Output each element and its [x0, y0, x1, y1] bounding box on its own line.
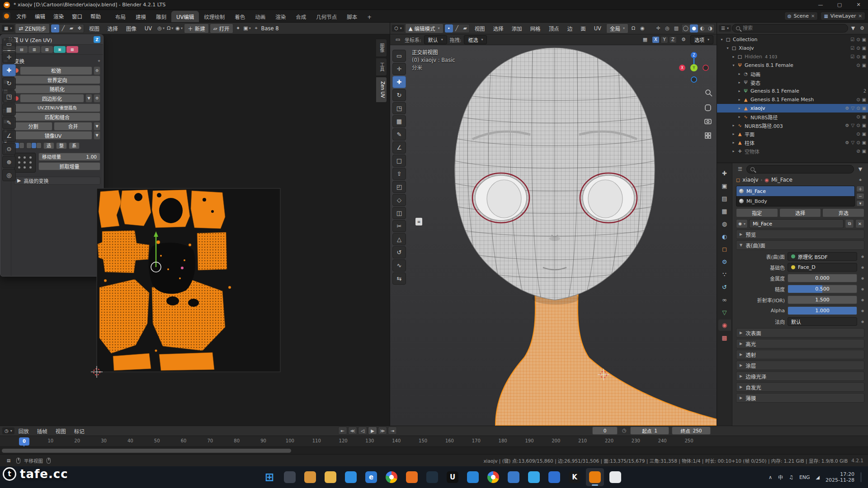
object-tab[interactable]: ◻: [718, 244, 731, 255]
outliner-row-空物体[interactable]: ▸✛空物体⊘▣: [717, 147, 868, 155]
expander-icon[interactable]: ▸: [736, 80, 742, 84]
mod-icon[interactable]: ⚙: [845, 123, 849, 128]
data-icon[interactable]: ▽: [851, 123, 854, 128]
outliner-row-xiaojv[interactable]: ▸▲xiaojv⚙▽⊙▣: [717, 104, 868, 113]
link2-icon[interactable]: 2: [863, 89, 866, 94]
render-visibility-icon[interactable]: ▣: [862, 63, 866, 68]
image-browse-icon[interactable]: ▣▾: [243, 24, 251, 33]
visibility-eye-icon[interactable]: ⊙: [856, 37, 860, 42]
axis-toggle-X[interactable]: X: [652, 36, 660, 43]
solid-shading-icon[interactable]: ●: [690, 24, 698, 33]
poly-build-tool[interactable]: △: [392, 233, 406, 245]
taskbar-app-chrome[interactable]: [382, 468, 401, 486]
image-pin-icon[interactable]: ⌖: [252, 24, 260, 33]
material-slot-list[interactable]: Mi_FaceMi_Body: [736, 186, 855, 206]
language-indicator[interactable]: ENG: [799, 474, 810, 480]
cursor-2d-tool[interactable]: ✛: [2, 51, 16, 63]
bevel-tool[interactable]: ◇: [392, 194, 406, 206]
spin-tool[interactable]: ↺: [392, 246, 406, 258]
rendered-shading-icon[interactable]: ◑: [706, 24, 714, 33]
close-button[interactable]: ✕: [849, 0, 868, 9]
decorator-dot[interactable]: ●: [860, 298, 865, 302]
timeline-scrollbar[interactable]: [0, 447, 868, 455]
section-边缘光泽[interactable]: ▶边缘光泽: [736, 371, 864, 381]
measure-tool[interactable]: ∠: [392, 141, 406, 154]
outliner-row-NURBS路径.003[interactable]: ▸∿NURBS路径.003⚙▽⊙▣: [717, 121, 868, 130]
surface-section-header[interactable]: ▼表(曲)面: [736, 240, 864, 250]
workspace-tab-着色[interactable]: 着色: [230, 11, 250, 22]
proportional-editing-icon[interactable]: ◉: [638, 24, 646, 33]
render-visibility-icon[interactable]: ▣: [862, 46, 866, 51]
viewlayer-unlink-icon[interactable]: ✕: [859, 14, 862, 19]
uv-face-select-icon[interactable]: ▰: [67, 24, 75, 33]
viewport-menu-选择[interactable]: 选择: [489, 24, 508, 33]
taskbar-app-ie[interactable]: e: [362, 468, 380, 486]
grab-tool[interactable]: ⊕: [2, 156, 16, 168]
visibility-eye-icon[interactable]: ⊙: [856, 63, 860, 68]
decorator-dot[interactable]: ●: [860, 320, 865, 324]
workspace-tab-雕刻[interactable]: 雕刻: [151, 11, 171, 22]
axis-toggle-Z[interactable]: Z: [669, 36, 677, 43]
scene-unlink-icon[interactable]: ✕: [811, 14, 815, 19]
menu-帮助[interactable]: 帮助: [86, 12, 105, 21]
data-icon[interactable]: ▽: [851, 140, 854, 145]
sidebar-tab-Zen UV[interactable]: Zen UV: [376, 77, 387, 103]
hidden-icons-chevron[interactable]: ∧: [769, 474, 772, 480]
viewport-menu-UV[interactable]: UV: [590, 24, 605, 33]
snap-magnet-icon[interactable]: Ω: [629, 24, 637, 33]
material-slot-Mi_Body[interactable]: Mi_Body: [736, 196, 854, 206]
modifiers-tab[interactable]: ⚙: [718, 256, 731, 267]
tool-tab[interactable]: ✚: [718, 168, 731, 179]
expander-icon[interactable]: ▸: [731, 55, 736, 59]
viewlayer-selector[interactable]: ▦ ViewLayer ✕: [821, 12, 865, 20]
uv-vertex-select-icon[interactable]: ∙: [51, 24, 59, 33]
world-tab[interactable]: ◐: [718, 231, 731, 242]
frame-start-field[interactable]: 起点1: [630, 427, 669, 435]
mod-icon[interactable]: ⚙: [845, 140, 849, 145]
workspace-tab-布局[interactable]: 布局: [110, 11, 131, 22]
decorator-dot[interactable]: ●: [860, 277, 865, 280]
viewport-menu-添加[interactable]: 添加: [508, 24, 526, 33]
breadcrumb-material[interactable]: Mi_Face: [771, 177, 793, 183]
xray-toggle-icon[interactable]: ▥: [672, 24, 680, 33]
section-次表面[interactable]: ▶次表面: [736, 328, 864, 338]
uv-edge-select-icon[interactable]: ╱: [59, 24, 67, 33]
sidebar-tab-工具[interactable]: 工具: [376, 58, 387, 76]
loop-cut-tool[interactable]: ◫: [392, 207, 406, 219]
drag-mode-dropdown[interactable]: 框选▾: [464, 35, 487, 44]
editor-type-3d-icon[interactable]: ⬡▾: [392, 25, 404, 32]
workspace-tab-UV编辑[interactable]: UV编辑: [171, 11, 199, 22]
properties-search-input[interactable]: [757, 166, 850, 172]
measure-tool[interactable]: ∠: [2, 130, 16, 142]
action-button-指定[interactable]: 指定: [736, 208, 778, 217]
new-image-button[interactable]: ＋新建: [184, 23, 209, 33]
output-tab[interactable]: ▤: [718, 193, 731, 204]
prev-keyframe-button[interactable]: ≪: [348, 427, 357, 435]
edge-slide-tool[interactable]: ⇆: [392, 272, 406, 285]
uv-canvas[interactable]: [0, 34, 390, 426]
options-dropdown[interactable]: 选项▾: [690, 35, 713, 44]
prop-field-base-color[interactable]: Face_D: [788, 263, 857, 272]
uv-island-select-icon[interactable]: ❖: [75, 24, 84, 33]
current-frame-field[interactable]: 0: [592, 427, 618, 435]
taskbar-app-photos[interactable]: [545, 468, 563, 486]
render-visibility-icon[interactable]: ▣: [862, 140, 866, 145]
action-button-选择[interactable]: 选择: [779, 208, 821, 217]
face-select-icon[interactable]: ▰: [461, 24, 469, 33]
frame-end-field[interactable]: 终点250: [672, 427, 711, 435]
visibility-eye-icon[interactable]: ⊙: [856, 123, 860, 128]
decorator-dot[interactable]: ●: [860, 266, 865, 269]
expander-icon[interactable]: ▸: [731, 132, 736, 136]
expander-icon[interactable]: ▾: [725, 46, 731, 50]
breadcrumb-object[interactable]: xiaojv: [742, 177, 759, 183]
play-reverse-button[interactable]: ◁: [358, 427, 367, 435]
editor-type-timeline-icon[interactable]: ◷▾: [2, 427, 14, 434]
mode-dropdown[interactable]: ▲编辑模式▾: [405, 23, 443, 33]
zen-sync-button[interactable]: ⇄ZEN同步: [15, 23, 49, 33]
volume-icon[interactable]: ♫: [789, 474, 793, 480]
section-薄膜[interactable]: ▶薄膜: [736, 393, 864, 403]
pivot-icon[interactable]: ◎▾: [157, 24, 165, 33]
image-fx-icon[interactable]: ✦: [234, 24, 242, 33]
render-visibility-icon[interactable]: ▣: [862, 114, 866, 119]
transform-orientation-dropdown[interactable]: 全局▾: [606, 23, 628, 33]
